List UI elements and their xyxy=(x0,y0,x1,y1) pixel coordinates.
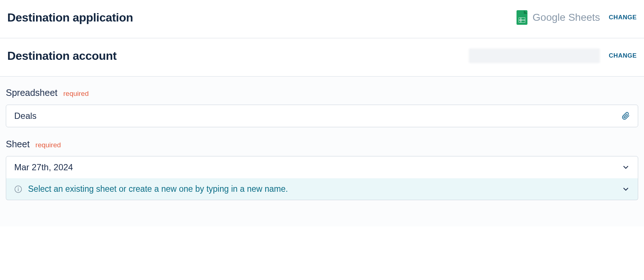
destination-account-right: CHANGE xyxy=(469,48,637,63)
sheet-field: Sheet required Mar 27th, 2024 S xyxy=(6,139,638,200)
sheet-select[interactable]: Mar 27th, 2024 xyxy=(6,156,638,179)
spreadsheet-input[interactable]: Deals xyxy=(6,105,638,127)
spreadsheet-field: Spreadsheet required Deals xyxy=(6,88,638,127)
sheet-label-row: Sheet required xyxy=(6,139,638,149)
spreadsheet-label-row: Spreadsheet required xyxy=(6,88,638,98)
sheet-info-banner[interactable]: Select an existing sheet or create a new… xyxy=(6,178,638,200)
attachment-icon[interactable] xyxy=(622,112,630,120)
destination-account-title: Destination account xyxy=(7,49,117,63)
sheet-value: Mar 27th, 2024 xyxy=(14,162,73,172)
chevron-down-icon xyxy=(622,185,630,193)
destination-app-name: Google Sheets xyxy=(533,12,600,23)
svg-point-5 xyxy=(18,187,19,188)
destination-application-title: Destination application xyxy=(7,11,133,24)
destination-app-info: Google Sheets xyxy=(517,10,600,25)
sheet-label: Sheet xyxy=(6,139,30,149)
google-sheets-icon xyxy=(517,10,527,25)
form-area: Spreadsheet required Deals Sheet require… xyxy=(0,77,644,226)
sheet-required-tag: required xyxy=(35,141,61,149)
info-icon xyxy=(14,185,22,193)
change-destination-app-button[interactable]: CHANGE xyxy=(609,14,637,21)
spreadsheet-value: Deals xyxy=(14,111,36,121)
spreadsheet-label: Spreadsheet xyxy=(6,88,58,98)
destination-account-section: Destination account CHANGE xyxy=(0,38,644,77)
spreadsheet-required-tag: required xyxy=(63,90,89,98)
sheet-info-left: Select an existing sheet or create a new… xyxy=(14,184,288,194)
sheet-info-text: Select an existing sheet or create a new… xyxy=(28,184,288,194)
destination-application-section: Destination application Google Sheets CH… xyxy=(0,0,644,38)
destination-application-right: Google Sheets CHANGE xyxy=(517,10,637,25)
chevron-down-icon xyxy=(622,163,630,171)
destination-account-value-redacted xyxy=(469,48,600,63)
change-destination-account-button[interactable]: CHANGE xyxy=(609,52,637,59)
